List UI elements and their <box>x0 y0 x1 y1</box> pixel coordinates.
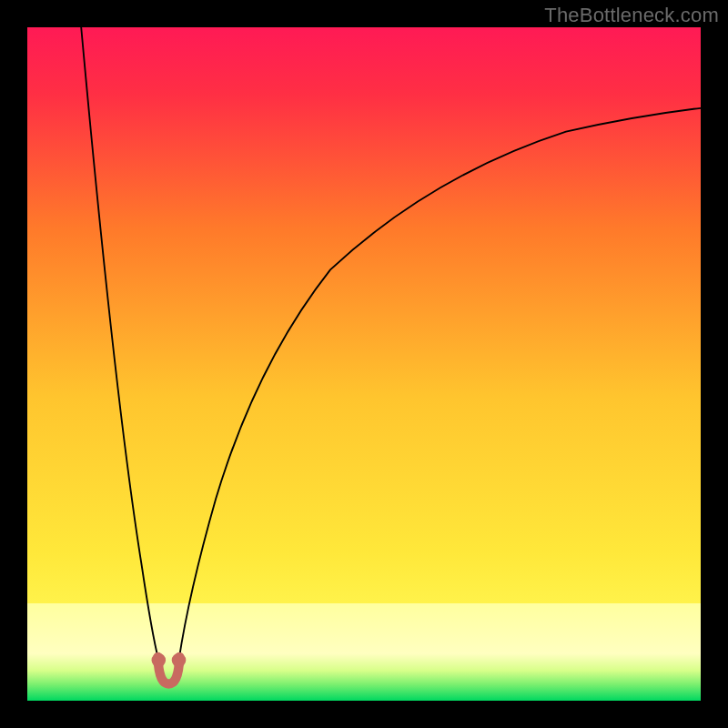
watermark-text: TheBottleneck.com <box>544 4 719 27</box>
plot-area <box>27 27 701 701</box>
chart-frame: TheBottleneck.com <box>0 0 728 728</box>
marker-min-right <box>172 653 187 668</box>
curve-right-branch <box>179 108 702 661</box>
curve-left-branch <box>81 27 158 661</box>
marker-min-left <box>152 653 167 668</box>
bottleneck-curve <box>27 27 701 701</box>
